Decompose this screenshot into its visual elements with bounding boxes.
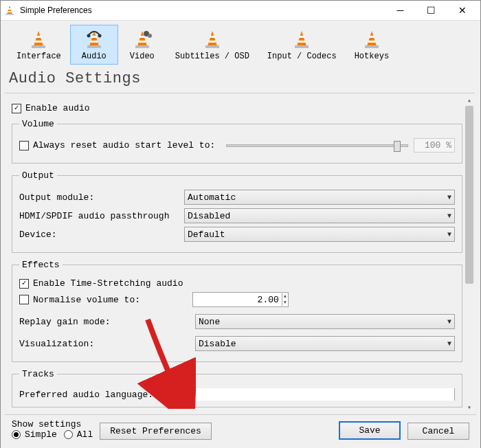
svg-rect-7 bbox=[32, 45, 45, 48]
scroll-up-icon[interactable]: ▴ bbox=[464, 95, 475, 106]
viz-combo[interactable]: Disable ▼ bbox=[195, 336, 455, 351]
cone-icon bbox=[203, 30, 222, 50]
effects-group: Effects Enable Time-Stretching audio Nor… bbox=[12, 260, 462, 362]
combo-value: Automatic bbox=[188, 192, 447, 203]
page-title: Audio Settings bbox=[5, 65, 476, 93]
tab-label: Video bbox=[130, 52, 155, 61]
svg-point-12 bbox=[87, 34, 90, 38]
viz-label: Visualization: bbox=[19, 339, 195, 349]
radio-all[interactable] bbox=[64, 430, 73, 439]
svg-rect-29 bbox=[369, 36, 374, 38]
svg-rect-16 bbox=[139, 41, 146, 43]
normalise-spin[interactable]: ▲▼ bbox=[192, 292, 289, 307]
tab-label: Audio bbox=[82, 52, 107, 61]
chevron-down-icon: ▼ bbox=[447, 340, 451, 348]
reset-level-label: Always reset audio start level to: bbox=[33, 140, 215, 150]
scroll-down-icon[interactable]: ▾ bbox=[464, 402, 475, 413]
start-level-value: 100 % bbox=[414, 138, 455, 153]
slider-thumb[interactable] bbox=[394, 141, 401, 152]
cone-icon bbox=[362, 30, 381, 50]
svg-rect-9 bbox=[91, 36, 97, 38]
svg-rect-1 bbox=[8, 8, 11, 10]
normalise-value[interactable] bbox=[193, 295, 282, 305]
svg-marker-28 bbox=[367, 31, 377, 46]
svg-point-13 bbox=[98, 34, 101, 38]
svg-rect-2 bbox=[8, 11, 12, 12]
cone-film-icon bbox=[133, 30, 152, 50]
cancel-button[interactable]: Cancel bbox=[407, 423, 469, 440]
tab-subtitles[interactable]: Subtitles / OSD bbox=[166, 25, 258, 65]
cone-icon bbox=[29, 30, 48, 50]
normalise-label: Normalise volume to: bbox=[33, 295, 192, 305]
device-combo[interactable]: Default ▼ bbox=[184, 227, 455, 242]
svg-marker-24 bbox=[297, 31, 306, 46]
svg-rect-17 bbox=[135, 45, 149, 48]
cone-headphones-icon bbox=[85, 30, 104, 50]
tab-label: Input / Codecs bbox=[267, 52, 337, 61]
titlebar: Simple Preferences ─ ☐ ✕ bbox=[1, 1, 480, 21]
tracks-legend: Tracks bbox=[19, 369, 57, 379]
reset-preferences-button[interactable]: Reset Preferences bbox=[100, 423, 212, 440]
radio-simple[interactable] bbox=[12, 430, 21, 439]
passthrough-combo[interactable]: Disabled ▼ bbox=[184, 208, 455, 223]
tab-input-codecs[interactable]: Input / Codecs bbox=[258, 25, 346, 65]
svg-rect-15 bbox=[139, 36, 145, 38]
start-level-slider[interactable] bbox=[226, 144, 408, 147]
enable-audio-row: Enable audio bbox=[12, 103, 462, 113]
tab-label: Hotkeys bbox=[355, 52, 389, 61]
spin-steppers[interactable]: ▲▼ bbox=[282, 293, 288, 306]
chevron-down-icon: ▼ bbox=[447, 231, 451, 238]
svg-marker-0 bbox=[7, 5, 12, 14]
tab-hotkeys[interactable]: Hotkeys bbox=[346, 25, 398, 65]
svg-rect-3 bbox=[5, 14, 14, 15]
svg-rect-6 bbox=[35, 41, 42, 43]
tab-video[interactable]: Video bbox=[118, 25, 166, 65]
show-settings-group: Show settings Simple All bbox=[12, 419, 93, 440]
svg-rect-31 bbox=[365, 45, 379, 48]
close-button[interactable]: ✕ bbox=[447, 1, 478, 20]
output-group: Output Output module: Automatic ▼ HDMI/S… bbox=[12, 170, 462, 253]
save-button[interactable]: Save bbox=[339, 421, 401, 440]
scroll-thumb[interactable] bbox=[465, 106, 473, 284]
volume-group: Volume Always reset audio start level to… bbox=[12, 119, 462, 164]
enable-audio-label: Enable audio bbox=[25, 103, 90, 113]
tab-label: Subtitles / OSD bbox=[175, 52, 249, 61]
pref-lang-input[interactable] bbox=[184, 388, 455, 401]
svg-point-19 bbox=[148, 34, 152, 38]
combo-value: Default bbox=[188, 229, 447, 240]
radio-all-label: All bbox=[77, 429, 93, 440]
category-tabs: Interface Audio Video Subtitles / OSD In… bbox=[5, 22, 476, 65]
svg-rect-25 bbox=[299, 36, 304, 38]
preferences-window: Simple Preferences ─ ☐ ✕ Interface Audio… bbox=[0, 0, 481, 448]
chevron-down-icon: ▼ bbox=[447, 318, 451, 326]
maximize-button[interactable]: ☐ bbox=[416, 1, 447, 20]
settings-panel: Enable audio Volume Always reset audio s… bbox=[5, 93, 475, 414]
vlc-cone-icon bbox=[3, 4, 16, 16]
combo-value: Disable bbox=[199, 339, 447, 349]
vertical-scrollbar[interactable]: ▴ ▾ bbox=[464, 95, 475, 413]
replay-combo[interactable]: None ▼ bbox=[195, 314, 455, 329]
tab-interface[interactable]: Interface bbox=[8, 25, 70, 65]
output-module-label: Output module: bbox=[19, 192, 184, 203]
cone-icon bbox=[292, 30, 311, 50]
timestretch-checkbox[interactable] bbox=[19, 279, 29, 289]
normalise-checkbox[interactable] bbox=[19, 295, 29, 304]
bottom-bar: Show settings Simple All Reset Preferenc… bbox=[5, 414, 476, 445]
scroll-track[interactable] bbox=[464, 106, 475, 402]
svg-rect-30 bbox=[368, 41, 375, 43]
enable-audio-checkbox[interactable] bbox=[12, 104, 21, 113]
combo-value: Disabled bbox=[188, 211, 447, 221]
timestretch-label: Enable Time-Stretching audio bbox=[33, 278, 183, 289]
minimize-button[interactable]: ─ bbox=[385, 1, 416, 20]
output-module-combo[interactable]: Automatic ▼ bbox=[184, 190, 455, 205]
svg-rect-23 bbox=[205, 45, 219, 48]
chevron-down-icon: ▼ bbox=[447, 212, 451, 220]
passthrough-label: HDMI/SPDIF audio passthrough bbox=[19, 211, 184, 221]
svg-rect-26 bbox=[298, 41, 305, 43]
svg-rect-27 bbox=[295, 45, 309, 48]
pref-lang-label: Preferred audio language: bbox=[19, 390, 184, 400]
reset-level-checkbox[interactable] bbox=[19, 141, 29, 150]
radio-simple-label: Simple bbox=[25, 429, 57, 440]
tab-audio[interactable]: Audio bbox=[70, 25, 118, 65]
replay-label: Replay gain mode: bbox=[19, 317, 195, 327]
